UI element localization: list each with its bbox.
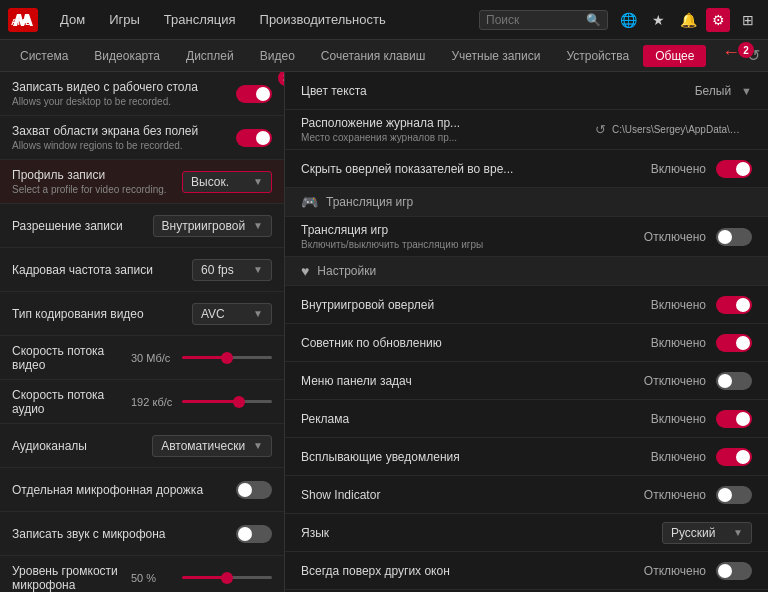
text-color-row: Цвет текста Белый ▼ — [285, 72, 768, 110]
text-color-value: Белый — [661, 84, 731, 98]
tab-devices[interactable]: Устройства — [554, 45, 641, 67]
mic-volume-label: Уровень громкости микрофона — [12, 564, 123, 592]
always-on-top-toggle[interactable] — [716, 562, 752, 580]
nav-stream[interactable]: Трансляция — [154, 8, 246, 31]
framerate-dropdown[interactable]: 60 fps ▼ — [192, 259, 272, 281]
capture-window-desc: Allows window regions to be recorded. — [12, 140, 228, 151]
separate-mic-label: Отдельная микрофонная дорожка — [12, 483, 228, 497]
record-desktop-desc: Allows your desktop to be recorded. — [12, 96, 228, 107]
recording-profile-value: Высок. — [191, 175, 229, 189]
gaming-stream-toggle[interactable] — [716, 228, 752, 246]
show-indicator-toggle[interactable] — [716, 486, 752, 504]
svg-text:AMD: AMD — [11, 17, 32, 27]
record-desktop-info: Записать видео с рабочего стола Allows y… — [12, 80, 228, 107]
separate-mic-info: Отдельная микрофонная дорожка — [12, 483, 228, 497]
log-location-refresh-icon[interactable]: ↺ — [595, 122, 606, 137]
audio-bitrate-row: Скорость потока аудио 192 кб/с — [0, 380, 284, 424]
hide-overlay-label: Скрыть оверлей показателей во вре... — [301, 162, 636, 176]
audio-bitrate-info: Скорость потока аудио — [12, 388, 123, 416]
globe-icon[interactable]: 🌐 — [616, 8, 640, 32]
tab-gpu[interactable]: Видеокарта — [82, 45, 172, 67]
nav-home[interactable]: Дом — [50, 8, 95, 31]
mic-volume-value: 50 % — [131, 572, 176, 584]
star-icon[interactable]: ★ — [646, 8, 670, 32]
encoding-type-row: Тип кодирования видео AVC ▼ — [0, 292, 284, 336]
recording-profile-dropdown[interactable]: Высок. ▼ — [182, 171, 272, 193]
audio-channels-label: Аудиоканалы — [12, 439, 144, 453]
record-mic-toggle[interactable] — [236, 525, 272, 543]
record-desktop-toggle[interactable] — [236, 85, 272, 103]
tab-accounts[interactable]: Учетные записи — [439, 45, 552, 67]
settings-section-icon: ♥ — [301, 263, 309, 279]
grid-icon[interactable]: ⊞ — [736, 8, 760, 32]
capture-window-toggle[interactable] — [236, 129, 272, 147]
nav-performance[interactable]: Производительность — [250, 8, 396, 31]
ingame-overlay-toggle[interactable] — [716, 296, 752, 314]
gaming-stream-item-label: Трансляция игр — [301, 223, 636, 237]
encoding-type-value: AVC — [201, 307, 225, 321]
dropdown-arrow-icon: ▼ — [733, 527, 743, 538]
ads-toggle[interactable] — [716, 410, 752, 428]
taskbar-menu-toggle[interactable] — [716, 372, 752, 390]
resolution-dropdown[interactable]: Внутриигровой ▼ — [153, 215, 272, 237]
top-icons: 🌐 ★ 🔔 ⚙ ⊞ — [616, 8, 760, 32]
video-bitrate-value: 30 Мб/с — [131, 352, 176, 364]
gaming-stream-item-value: Отключено — [636, 230, 706, 244]
framerate-value: 60 fps — [201, 263, 234, 277]
dropdown-arrow-icon: ▼ — [253, 220, 263, 231]
ingame-overlay-value: Включено — [636, 298, 706, 312]
audio-bitrate-slider[interactable] — [182, 400, 272, 403]
resolution-info: Разрешение записи — [12, 219, 145, 233]
video-bitrate-slider[interactable] — [182, 356, 272, 359]
encoding-type-dropdown[interactable]: AVC ▼ — [192, 303, 272, 325]
popups-toggle[interactable] — [716, 448, 752, 466]
nav-games[interactable]: Игры — [99, 8, 150, 31]
encoding-type-info: Тип кодирования видео — [12, 307, 184, 321]
framerate-row: Кадровая частота записи 60 fps ▼ — [0, 248, 284, 292]
show-indicator-value: Отключено — [636, 488, 706, 502]
language-label: Язык — [301, 526, 662, 540]
settings-section-label: Настройки — [317, 264, 376, 278]
video-bitrate-info: Скорость потока видео — [12, 344, 123, 372]
show-indicator-label: Show Indicator — [301, 488, 636, 502]
tab-general[interactable]: Общее — [643, 45, 706, 67]
tab-system[interactable]: Система — [8, 45, 80, 67]
right-panel: Цвет текста Белый ▼ Расположение журнала… — [285, 72, 768, 592]
search-box[interactable]: 🔍 — [479, 10, 608, 30]
nav-items: Дом Игры Трансляция Производительность — [50, 8, 479, 31]
dropdown-arrow-icon: ▼ — [253, 440, 263, 451]
taskbar-menu-value: Отключено — [636, 374, 706, 388]
ads-label: Реклама — [301, 412, 636, 426]
encoding-type-label: Тип кодирования видео — [12, 307, 184, 321]
hide-overlay-value: Включено — [636, 162, 706, 176]
capture-window-label: Захват области экрана без полей — [12, 124, 228, 138]
tab-display[interactable]: Дисплей — [174, 45, 246, 67]
separate-mic-toggle[interactable] — [236, 481, 272, 499]
dropdown-arrow-icon: ▼ — [253, 264, 263, 275]
update-advisor-toggle[interactable] — [716, 334, 752, 352]
mic-volume-slider[interactable] — [182, 576, 272, 579]
text-color-label: Цвет текста — [301, 84, 661, 98]
record-desktop-label: Записать видео с рабочего стола — [12, 80, 228, 94]
recording-profile-desc: Select a profile for video recording. — [12, 184, 174, 195]
tab-video[interactable]: Видео — [248, 45, 307, 67]
update-advisor-row: Советник по обновлению Включено — [285, 324, 768, 362]
popups-label: Всплывающие уведомления — [301, 450, 636, 464]
mic-volume-slider-container: 50 % — [131, 572, 272, 584]
tabs-bar: Система Видеокарта Дисплей Видео Сочетан… — [0, 40, 768, 72]
hide-overlay-toggle[interactable] — [716, 160, 752, 178]
log-location-row: Расположение журнала пр... Место сохране… — [285, 110, 768, 150]
language-dropdown[interactable]: Русский ▼ — [662, 522, 752, 544]
gaming-stream-info: Трансляция игр Включить/выключить трансл… — [301, 223, 636, 250]
log-location-info: Расположение журнала пр... Место сохране… — [301, 116, 589, 143]
resolution-value: Внутриигровой — [162, 219, 246, 233]
audio-channels-dropdown[interactable]: Автоматически ▼ — [152, 435, 272, 457]
search-input[interactable] — [486, 13, 586, 27]
resolution-row: Разрешение записи Внутриигровой ▼ — [0, 204, 284, 248]
update-advisor-value: Включено — [636, 336, 706, 350]
amd-logo-icon: AMD — [8, 8, 38, 32]
bell-icon[interactable]: 🔔 — [676, 8, 700, 32]
gear-icon[interactable]: ⚙ — [706, 8, 730, 32]
gaming-stream-icon: 🎮 — [301, 194, 318, 210]
tab-shortcuts[interactable]: Сочетания клавиш — [309, 45, 438, 67]
